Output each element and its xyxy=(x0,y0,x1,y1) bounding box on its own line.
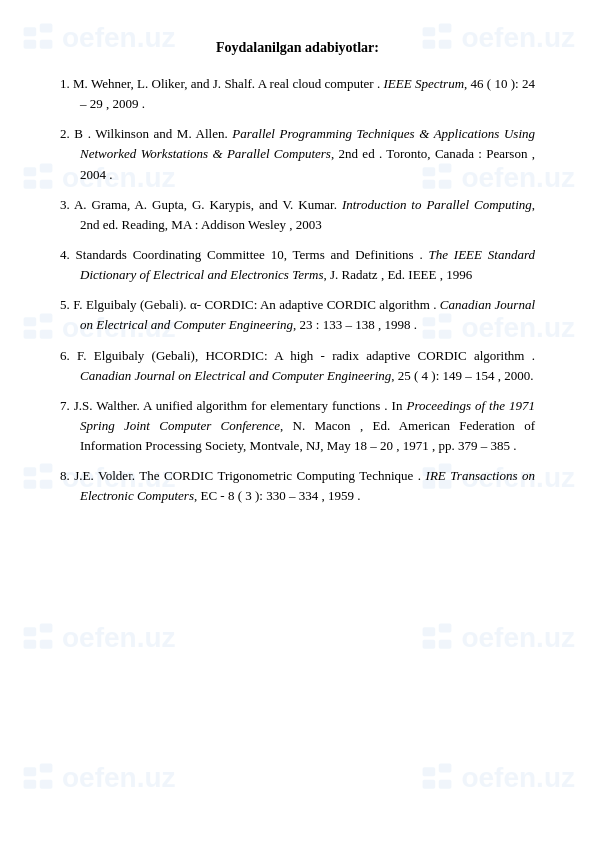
watermark-11: oefen.uz xyxy=(20,760,176,796)
reference-item-4: 4. Standards Coordinating Committee 10, … xyxy=(60,245,535,285)
svg-rect-38 xyxy=(423,640,436,649)
page-title: Foydalanilgan adabiyotlar: xyxy=(60,40,535,56)
references-list: 1. M. Wehner, L. Oliker, and J. Shalf. A… xyxy=(60,74,535,507)
watermark-9: oefen.uz xyxy=(20,620,176,656)
reference-item-1: 1. M. Wehner, L. Oliker, and J. Shalf. A… xyxy=(60,74,535,114)
svg-rect-40 xyxy=(24,767,37,776)
svg-rect-42 xyxy=(24,780,37,789)
ref-number-6: 6. xyxy=(60,348,77,363)
ref-number-8: 8. xyxy=(60,468,74,483)
ref-number-1: 1. xyxy=(60,76,73,91)
svg-rect-35 xyxy=(40,640,53,649)
svg-rect-36 xyxy=(423,627,436,636)
ref-number-2: 2. xyxy=(60,126,74,141)
ref-number-3: 3. xyxy=(60,197,74,212)
ref-number-5: 5. xyxy=(60,297,73,312)
svg-rect-37 xyxy=(439,624,452,633)
page-content: Foydalanilgan adabiyotlar: 1. M. Wehner,… xyxy=(0,0,595,557)
reference-item-5: 5. F. Elguibaly (Gebali). α- CORDIC: An … xyxy=(60,295,535,335)
reference-item-3: 3. A. Grama, A. Gupta, G. Karypis, and V… xyxy=(60,195,535,235)
watermark-12: oefen.uz xyxy=(419,760,575,796)
reference-item-8: 8. J.E. Volder. The CORDIC Trigonometric… xyxy=(60,466,535,506)
ref-number-4: 4. xyxy=(60,247,76,262)
svg-rect-34 xyxy=(24,640,37,649)
svg-rect-44 xyxy=(423,767,436,776)
svg-rect-43 xyxy=(40,780,53,789)
svg-rect-39 xyxy=(439,640,452,649)
reference-item-6: 6. F. Elguibaly (Gebali), HCORDIC: A hig… xyxy=(60,346,535,386)
reference-item-7: 7. J.S. Walther. A unified algorithm for… xyxy=(60,396,535,456)
svg-rect-47 xyxy=(439,780,452,789)
watermark-10: oefen.uz xyxy=(419,620,575,656)
svg-rect-41 xyxy=(40,764,53,773)
ref-number-7: 7. xyxy=(60,398,74,413)
svg-rect-32 xyxy=(24,627,37,636)
svg-rect-45 xyxy=(439,764,452,773)
svg-rect-33 xyxy=(40,624,53,633)
reference-item-2: 2. B . Wilkinson and M. Allen. Parallel … xyxy=(60,124,535,184)
svg-rect-46 xyxy=(423,780,436,789)
